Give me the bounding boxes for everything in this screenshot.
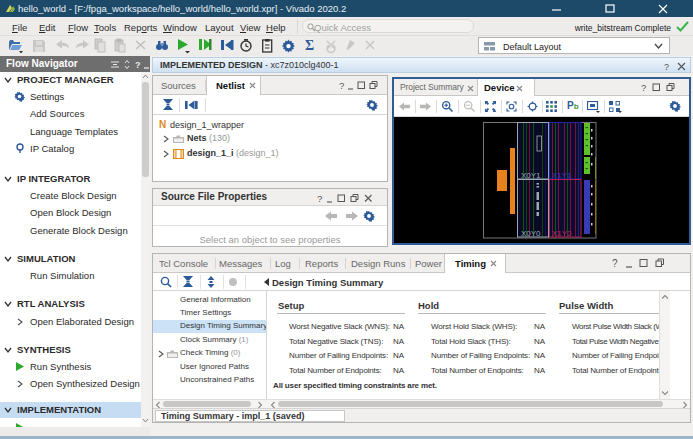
svg-text:X1Y1: X1Y1	[552, 171, 572, 180]
svg-text:?: ?	[641, 82, 646, 92]
svg-text:?: ?	[612, 258, 618, 268]
svg-text:X0Y0: X0Y0	[521, 229, 541, 238]
svg-text:?: ?	[317, 193, 322, 203]
svg-text:?: ?	[339, 80, 344, 90]
svg-text:?: ?	[135, 60, 141, 69]
svg-text:X0Y1: X0Y1	[521, 171, 541, 180]
svg-text:?: ?	[664, 62, 669, 71]
svg-text:X1Y0: X1Y0	[552, 229, 572, 238]
svg-text:Σ: Σ	[305, 38, 314, 53]
